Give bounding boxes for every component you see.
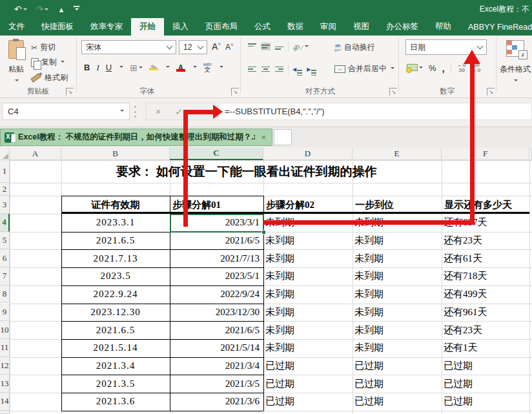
- formula-input[interactable]: =--SUBSTITUTE(B4,".","/"): [218, 103, 532, 120]
- cell-D9[interactable]: 未到期: [265, 304, 353, 322]
- tab-文件[interactable]: 文件: [0, 18, 33, 36]
- fill-handle[interactable]: [261, 230, 266, 234]
- align-left-button[interactable]: [247, 66, 257, 74]
- column-header-A[interactable]: A: [10, 147, 61, 160]
- cut-button[interactable]: ✂ 剪切: [31, 42, 56, 53]
- tab-插入[interactable]: 插入: [164, 18, 197, 36]
- align-bottom-button[interactable]: [274, 43, 284, 50]
- file-tab[interactable]: Excel教程： 不规范的证件到期日，如何快速整理出到期和过期？.xlsx * …: [0, 129, 272, 146]
- cell-B9[interactable]: 2023.12.30: [61, 304, 170, 322]
- tab-页面布局[interactable]: 页面布局: [197, 18, 246, 36]
- row-header-4[interactable]: 4: [0, 214, 10, 232]
- customize-qat-button[interactable]: [74, 6, 79, 12]
- cell-B12[interactable]: 2021.3.4: [61, 357, 170, 375]
- percent-style-button[interactable]: %: [429, 63, 436, 73]
- cell-E5[interactable]: 未到期: [354, 232, 442, 250]
- cell-C10[interactable]: 2021/6/5: [170, 321, 260, 339]
- cell-C6[interactable]: 2021/7/13: [170, 249, 260, 267]
- comma-style-button[interactable]: ,: [442, 63, 445, 74]
- cell-F9[interactable]: 还有961天: [444, 304, 529, 322]
- align-top-button[interactable]: [247, 43, 257, 50]
- cell-F5[interactable]: 还有23天: [444, 232, 529, 250]
- column-header-D[interactable]: D: [263, 147, 353, 160]
- cell-F13[interactable]: 已过期: [444, 375, 529, 393]
- cell-E8[interactable]: 未到期: [354, 285, 442, 304]
- cell-E13[interactable]: 已过期: [354, 375, 442, 393]
- conditional-formatting-button[interactable]: ≠ 条件格式: [498, 40, 532, 87]
- formula-bar-resize-handle[interactable]: [134, 106, 137, 118]
- enter-icon[interactable]: ✓: [175, 107, 183, 117]
- cell-D13[interactable]: 已过期: [265, 375, 353, 393]
- cell-B10[interactable]: 2021.6.5: [61, 321, 170, 339]
- tab-办公标签[interactable]: 办公标签: [378, 18, 427, 36]
- row-header-13[interactable]: 13: [0, 375, 10, 393]
- cell-E6[interactable]: 未到期: [354, 249, 442, 267]
- name-box[interactable]: C4: [2, 103, 130, 120]
- new-tab-button[interactable]: [274, 129, 292, 145]
- paste-button[interactable]: 粘贴: [5, 40, 28, 87]
- cell-C12[interactable]: 2021/3/4: [170, 357, 260, 375]
- row-header-7[interactable]: 7: [0, 267, 10, 285]
- cell-B4[interactable]: 2023.3.1: [61, 214, 170, 232]
- cell-F10[interactable]: 还有23天: [444, 321, 529, 339]
- undo-button[interactable]: ↶: [14, 5, 27, 14]
- row-header-3[interactable]: 3: [0, 196, 10, 214]
- cell-C14[interactable]: 2021/3/6: [170, 393, 260, 411]
- accounting-format-button[interactable]: [407, 62, 423, 74]
- align-right-button[interactable]: [274, 66, 284, 74]
- shrink-font-button[interactable]: A˅: [225, 42, 234, 52]
- tab-审阅[interactable]: 审阅: [312, 18, 345, 36]
- cell-D5[interactable]: 未到期: [265, 232, 353, 250]
- tab-公式[interactable]: 公式: [246, 18, 279, 36]
- cell-C9[interactable]: 2023/12/30: [170, 304, 260, 322]
- grow-font-button[interactable]: A˄: [212, 41, 221, 52]
- cell-B3[interactable]: 证件有效期: [61, 196, 170, 214]
- sheet-title-text[interactable]: 要求： 如何设置一下能一眼看出证件到期的操作: [116, 160, 478, 183]
- cell-F14[interactable]: 已过期: [444, 393, 529, 411]
- cell-F11[interactable]: 还有1天: [444, 339, 529, 357]
- row-header-partial[interactable]: [0, 411, 10, 414]
- cell-D12[interactable]: 已过期: [265, 357, 353, 375]
- bold-button[interactable]: B: [84, 63, 90, 72]
- row-header-11[interactable]: 11: [0, 339, 10, 357]
- tab-视图[interactable]: 视图: [345, 18, 378, 36]
- column-header-F[interactable]: F: [442, 147, 529, 160]
- cell-F6[interactable]: 还有61天: [444, 249, 529, 267]
- cell-D11[interactable]: 未到期: [265, 339, 353, 357]
- row-header-12[interactable]: 12: [0, 357, 10, 375]
- wrap-text-button[interactable]: abc↩ 自动换行: [334, 42, 375, 53]
- cell-F3[interactable]: 显示还有多少天: [444, 196, 529, 214]
- cell-E9[interactable]: 未到期: [354, 304, 442, 322]
- cell-E10[interactable]: 未到期: [354, 321, 442, 339]
- cell-B13[interactable]: 2021.3.5: [61, 375, 170, 393]
- cell-C11[interactable]: 2021/5/14: [170, 339, 260, 357]
- column-header-partial[interactable]: [529, 147, 532, 160]
- close-icon[interactable]: ×: [259, 132, 268, 142]
- row-header-1[interactable]: 1: [0, 160, 10, 183]
- select-all-corner[interactable]: [0, 147, 10, 160]
- row-header-10[interactable]: 10: [0, 321, 10, 339]
- cell-B8[interactable]: 2022.9.24: [61, 285, 170, 304]
- tab-效率专家[interactable]: 效率专家: [82, 18, 131, 36]
- align-center-button[interactable]: [261, 66, 271, 74]
- number-dialog-launcher[interactable]: ↘: [487, 88, 495, 96]
- font-dialog-launcher[interactable]: ↘: [231, 88, 239, 96]
- font-size-select[interactable]: 12: [179, 40, 207, 54]
- row-header-6[interactable]: 6: [0, 249, 10, 267]
- row-header-9[interactable]: 9: [0, 304, 10, 322]
- cell-D6[interactable]: 未到期: [265, 249, 353, 267]
- cell-E12[interactable]: 已过期: [354, 357, 442, 375]
- cancel-icon[interactable]: ×: [156, 107, 161, 117]
- column-header-B[interactable]: B: [61, 147, 170, 160]
- tab-ABBYY FineReader[interactable]: ABBYY FineReader: [460, 18, 532, 36]
- cell-F12[interactable]: 已过期: [444, 357, 529, 375]
- row-header-5[interactable]: 5: [0, 232, 10, 250]
- merge-center-button[interactable]: ↔ 合并后居中: [334, 63, 394, 74]
- column-header-E[interactable]: E: [353, 147, 442, 160]
- increase-decimal-button[interactable]: ←.0.00: [457, 63, 466, 73]
- italic-button[interactable]: I: [96, 63, 99, 73]
- fill-color-button[interactable]: [149, 65, 158, 70]
- font-color-button[interactable]: A: [176, 64, 185, 72]
- cell-B11[interactable]: 2021.5.14: [61, 339, 170, 357]
- tab-快捷面板[interactable]: 快捷面板: [33, 18, 82, 36]
